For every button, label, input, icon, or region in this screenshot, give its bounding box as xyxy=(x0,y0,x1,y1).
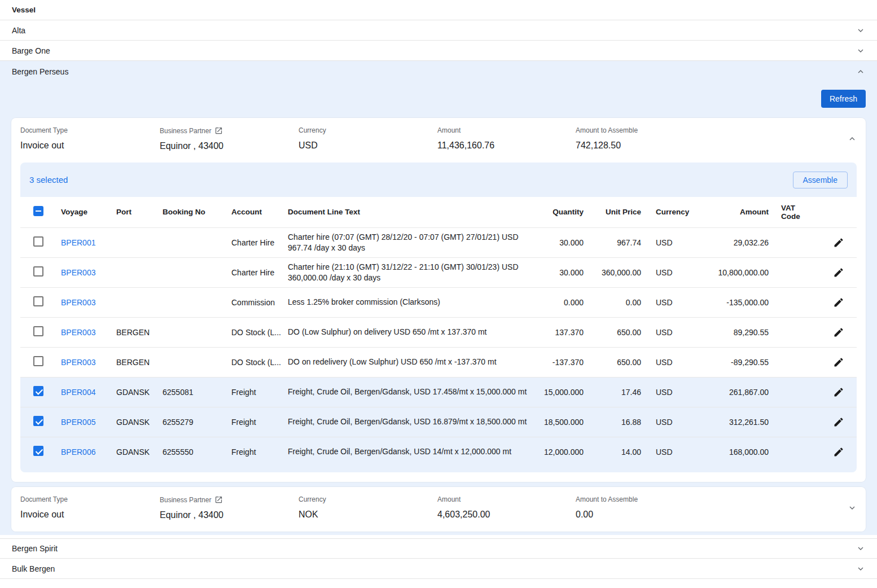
document-summary-usd: Document Type Invoice out Business Partn… xyxy=(11,118,866,163)
edit-line-button[interactable] xyxy=(833,327,844,338)
amount-value: 4,603,250.00 xyxy=(437,510,576,520)
field-label: Document Type xyxy=(20,126,160,134)
voyage-link[interactable]: BPER003 xyxy=(61,298,95,307)
voyage-link[interactable]: BPER001 xyxy=(61,238,95,247)
row-checkbox[interactable] xyxy=(33,386,43,396)
table-row: BPER004 GDANSK 6255081 Freight Freight, … xyxy=(20,377,857,407)
field-label: Amount to Assemble xyxy=(576,126,836,134)
vat-code-cell xyxy=(773,377,821,407)
select-all-checkbox[interactable] xyxy=(33,206,43,216)
doc-line-text-cell: Freight, Crude Oil, Bergen/Gdansk, USD 1… xyxy=(283,377,532,407)
expand-document-button[interactable] xyxy=(836,503,857,512)
collapse-document-button[interactable] xyxy=(836,134,857,143)
quantity-cell: -137.370 xyxy=(532,347,588,377)
vat-code-cell xyxy=(773,287,821,317)
edit-line-button[interactable] xyxy=(833,237,844,248)
doc-line-text-cell: Charter hire (07:07 (GMT) 28/12/20 - 07:… xyxy=(283,227,532,257)
port-cell: BERGEN xyxy=(112,347,158,377)
account-cell: Commission xyxy=(227,287,283,317)
currency-cell: USD xyxy=(648,347,700,377)
edit-line-button[interactable] xyxy=(833,446,844,458)
pencil-icon xyxy=(833,446,844,458)
amount-value: 11,436,160.76 xyxy=(437,141,576,151)
chevron-up-icon[interactable] xyxy=(848,134,857,143)
vessel-row-bergen-spirit[interactable]: Bergen Spirit xyxy=(0,538,877,559)
field-currency: Currency NOK xyxy=(299,495,437,520)
port-cell: BERGEN xyxy=(112,317,158,347)
field-label: Document Type xyxy=(20,495,160,503)
vessel-row-bergen-perseus[interactable]: Bergen Perseus xyxy=(0,61,877,82)
document-type-value: Invoice out xyxy=(20,141,160,151)
amount-to-assemble-value: 742,128.50 xyxy=(576,141,836,151)
chevron-down-icon[interactable] xyxy=(856,26,865,35)
vat-code-cell xyxy=(773,407,821,437)
vessel-list-header: Vessel xyxy=(0,0,877,20)
booking-no-cell xyxy=(158,347,227,377)
booking-no-cell xyxy=(158,257,227,287)
assemble-button[interactable]: Assemble xyxy=(793,172,848,188)
port-cell xyxy=(112,227,158,257)
row-checkbox[interactable] xyxy=(33,266,43,277)
refresh-button[interactable]: Refresh xyxy=(821,90,866,108)
edit-line-button[interactable] xyxy=(833,387,844,398)
quantity-cell: 18,500.000 xyxy=(532,407,588,437)
field-label: Business Partner xyxy=(160,127,211,135)
amount-cell: 89,290.55 xyxy=(700,317,773,347)
doc-line-text-cell: DO (Low Sulphur) on delivery USD 650 /mt… xyxy=(283,317,532,347)
field-label: Amount to Assemble xyxy=(576,495,836,503)
document-lines-table: Voyage Port Booking No Account Document … xyxy=(20,197,857,467)
vat-code-cell xyxy=(773,257,821,287)
quantity-cell: 137.370 xyxy=(532,317,588,347)
open-in-new-icon[interactable] xyxy=(214,495,223,504)
chevron-down-icon[interactable] xyxy=(848,503,857,512)
vessel-row-alta[interactable]: Alta xyxy=(0,20,877,41)
currency-cell: USD xyxy=(648,227,700,257)
row-checkbox[interactable] xyxy=(33,416,43,426)
vessel-row-bulk-bergen[interactable]: Bulk Bergen xyxy=(0,559,877,579)
header-amount: Amount xyxy=(700,197,773,227)
chevron-up-icon[interactable] xyxy=(856,67,865,76)
row-checkbox[interactable] xyxy=(33,296,43,306)
currency-cell: USD xyxy=(648,257,700,287)
vessel-row-label: Alta xyxy=(12,26,25,35)
open-in-new-icon[interactable] xyxy=(214,126,223,135)
account-cell: Freight xyxy=(227,377,283,407)
voyage-link[interactable]: BPER003 xyxy=(61,358,95,367)
field-business-partner: Business Partner Equinor , 43400 xyxy=(160,126,299,151)
field-label: Currency xyxy=(299,495,437,503)
field-amount: Amount 4,603,250.00 xyxy=(437,495,576,520)
voyage-link[interactable]: BPER006 xyxy=(61,447,95,457)
port-cell xyxy=(112,287,158,317)
amount-cell: -89,290.55 xyxy=(700,347,773,377)
voyage-link[interactable]: BPER003 xyxy=(61,328,95,337)
selected-count: 3 selected xyxy=(29,175,68,185)
vessel-list-header-label: Vessel xyxy=(12,6,36,14)
voyage-link[interactable]: BPER003 xyxy=(61,268,95,277)
voyage-link[interactable]: BPER005 xyxy=(61,418,95,427)
voyage-link[interactable]: BPER004 xyxy=(61,388,95,397)
vessel-row-label: Bulk Bergen xyxy=(12,564,55,573)
row-checkbox[interactable] xyxy=(33,326,43,336)
edit-line-button[interactable] xyxy=(833,416,844,428)
edit-line-button[interactable] xyxy=(833,357,844,368)
edit-line-button[interactable] xyxy=(833,297,844,308)
field-document-type: Document Type Invoice out xyxy=(20,495,160,520)
booking-no-cell xyxy=(158,317,227,347)
table-row: BPER003 BERGEN DO Stock (L... DO (Low Su… xyxy=(20,317,857,347)
row-checkbox[interactable] xyxy=(33,356,43,366)
vessel-row-barge-one[interactable]: Barge One xyxy=(0,41,877,61)
chevron-down-icon[interactable] xyxy=(856,46,865,55)
row-checkbox[interactable] xyxy=(33,446,43,456)
edit-line-button[interactable] xyxy=(833,267,844,278)
header-booking-no: Booking No xyxy=(158,197,227,227)
amount-cell: 10,800,000.00 xyxy=(700,257,773,287)
document-card-nok: Document Type Invoice out Business Partn… xyxy=(11,487,866,532)
vessel-row-label: Bergen Perseus xyxy=(12,67,68,76)
pencil-icon xyxy=(833,237,844,248)
unit-price-cell: 14.00 xyxy=(588,437,648,467)
unit-price-cell: 17.46 xyxy=(588,377,648,407)
chevron-down-icon[interactable] xyxy=(856,564,865,573)
amount-cell: 29,032.26 xyxy=(700,227,773,257)
chevron-down-icon[interactable] xyxy=(856,544,865,553)
row-checkbox[interactable] xyxy=(33,236,43,247)
